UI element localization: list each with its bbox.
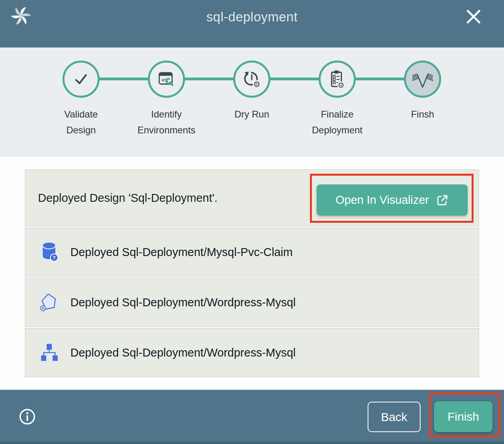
step-validate-design: Validate Design bbox=[38, 47, 124, 138]
deployed-item-row: ? Deployed Sql-Deployment/Mysql-Pvc-Clai… bbox=[25, 228, 479, 277]
step-dry-run: ⚙ Dry Run bbox=[209, 47, 294, 138]
svg-text:⚙: ⚙ bbox=[253, 80, 260, 88]
dry-run-icon: ⚙ bbox=[233, 61, 270, 98]
info-icon[interactable] bbox=[19, 408, 36, 425]
pentagon-icon bbox=[40, 292, 59, 312]
wizard-stepper: Validate Design <> Identify Environments bbox=[0, 47, 504, 157]
step-label: Identify Environments bbox=[137, 106, 196, 138]
open-in-visualizer-label: Open In Visualizer bbox=[336, 194, 429, 207]
step-identify-environments: <> Identify Environments bbox=[124, 47, 209, 138]
clipboard-gear-icon: ⚙ bbox=[319, 61, 356, 98]
finish-button[interactable]: Finish bbox=[434, 401, 493, 432]
database-icon: ? bbox=[40, 242, 59, 262]
deployment-results: Deployed Design 'Sql-Deployment'. Open I… bbox=[0, 157, 504, 390]
step-label: Validate Design bbox=[51, 106, 111, 138]
hierarchy-icon bbox=[40, 343, 59, 362]
dialog-title: sql-deployment bbox=[0, 9, 504, 25]
open-in-visualizer-button[interactable]: Open In Visualizer bbox=[317, 184, 468, 216]
step-label: Finsh bbox=[393, 106, 452, 122]
deployment-wizard-modal: sql-deployment Validate Design bbox=[0, 0, 504, 444]
deployed-item-text: Deployed Sql-Deployment/Wordpress-Mysql bbox=[70, 346, 296, 359]
deployed-item-text: Deployed Sql-Deployment/Wordpress-Mysql bbox=[70, 296, 296, 309]
modal-header: sql-deployment bbox=[0, 0, 504, 47]
svg-text:?: ? bbox=[53, 255, 55, 261]
step-finish: Finsh bbox=[380, 47, 465, 138]
external-link-icon bbox=[436, 194, 449, 207]
check-icon bbox=[62, 61, 100, 98]
summary-text: Deployed Design 'Sql-Deployment'. bbox=[38, 192, 217, 205]
deployed-item-row: Deployed Sql-Deployment/Wordpress-Mysql bbox=[25, 328, 479, 377]
back-button[interactable]: Back bbox=[368, 402, 421, 432]
svg-text:⚙: ⚙ bbox=[338, 81, 344, 89]
close-icon[interactable] bbox=[465, 9, 482, 25]
code-window-wrench-icon: <> bbox=[148, 61, 185, 98]
step-label: Dry Run bbox=[222, 106, 281, 122]
modal-footer: Back Finish bbox=[0, 390, 504, 444]
finish-flags-icon bbox=[404, 61, 441, 98]
deployed-item-text: Deployed Sql-Deployment/Mysql-Pvc-Claim bbox=[70, 246, 293, 259]
step-label: Finalize Deployment bbox=[308, 106, 367, 138]
deployed-item-row: Deployed Sql-Deployment/Wordpress-Mysql bbox=[25, 278, 479, 327]
summary-row: Deployed Design 'Sql-Deployment'. Open I… bbox=[25, 169, 479, 226]
step-finalize-deployment: ⚙ Finalize Deployment bbox=[294, 47, 380, 138]
